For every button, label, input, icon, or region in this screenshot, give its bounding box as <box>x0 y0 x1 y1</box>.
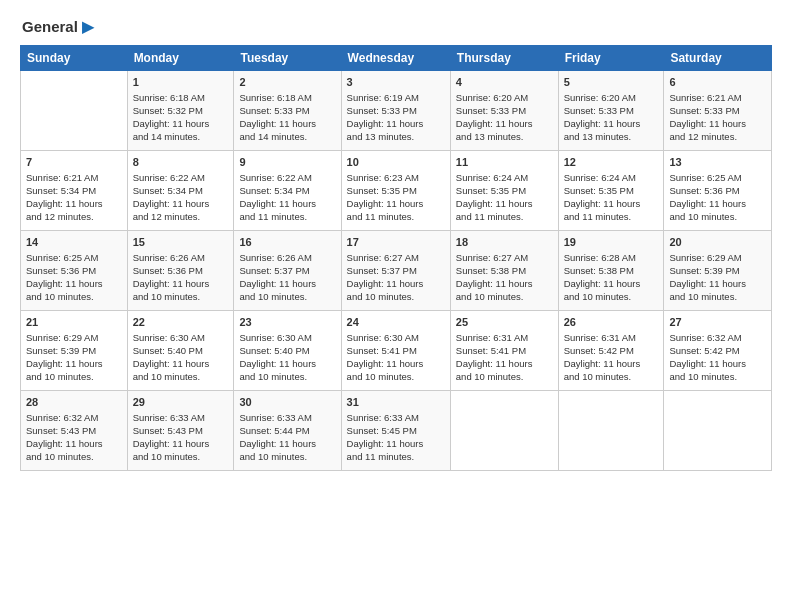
day-info: Sunset: 5:45 PM <box>347 425 445 438</box>
day-info: Sunrise: 6:30 AM <box>239 332 335 345</box>
calendar-cell: 2Sunrise: 6:18 AMSunset: 5:33 PMDaylight… <box>234 71 341 151</box>
day-info: Sunset: 5:43 PM <box>26 425 122 438</box>
calendar-cell: 16Sunrise: 6:26 AMSunset: 5:37 PMDayligh… <box>234 231 341 311</box>
day-info: Sunset: 5:37 PM <box>239 265 335 278</box>
day-info: Daylight: 11 hours <box>239 358 335 371</box>
day-number: 9 <box>239 155 335 170</box>
day-info: and 10 minutes. <box>26 291 122 304</box>
day-info: and 11 minutes. <box>347 451 445 464</box>
day-info: Sunset: 5:40 PM <box>133 345 229 358</box>
day-info: and 10 minutes. <box>26 451 122 464</box>
day-info: and 10 minutes. <box>26 371 122 384</box>
day-info: Daylight: 11 hours <box>669 118 766 131</box>
day-number: 18 <box>456 235 553 250</box>
day-info: Sunset: 5:38 PM <box>564 265 659 278</box>
day-info: Daylight: 11 hours <box>564 198 659 211</box>
day-number: 19 <box>564 235 659 250</box>
calendar-cell: 10Sunrise: 6:23 AMSunset: 5:35 PMDayligh… <box>341 151 450 231</box>
day-info: and 10 minutes. <box>347 291 445 304</box>
calendar-cell: 12Sunrise: 6:24 AMSunset: 5:35 PMDayligh… <box>558 151 664 231</box>
calendar-cell: 26Sunrise: 6:31 AMSunset: 5:42 PMDayligh… <box>558 311 664 391</box>
day-number: 1 <box>133 75 229 90</box>
week-row-3: 14Sunrise: 6:25 AMSunset: 5:36 PMDayligh… <box>21 231 772 311</box>
day-number: 29 <box>133 395 229 410</box>
day-info: Daylight: 11 hours <box>456 358 553 371</box>
day-number: 26 <box>564 315 659 330</box>
day-info: Daylight: 11 hours <box>564 278 659 291</box>
day-info: and 12 minutes. <box>26 211 122 224</box>
weekday-header-monday: Monday <box>127 46 234 71</box>
calendar-cell: 31Sunrise: 6:33 AMSunset: 5:45 PMDayligh… <box>341 391 450 471</box>
day-info: Daylight: 11 hours <box>669 278 766 291</box>
day-number: 23 <box>239 315 335 330</box>
day-info: Daylight: 11 hours <box>456 118 553 131</box>
day-info: and 13 minutes. <box>456 131 553 144</box>
day-number: 4 <box>456 75 553 90</box>
day-info: Sunset: 5:41 PM <box>456 345 553 358</box>
day-info: Sunset: 5:36 PM <box>133 265 229 278</box>
logo-text: General ▶ <box>22 18 94 35</box>
calendar-cell: 4Sunrise: 6:20 AMSunset: 5:33 PMDaylight… <box>450 71 558 151</box>
day-info: Sunset: 5:34 PM <box>26 185 122 198</box>
day-info: Sunset: 5:32 PM <box>133 105 229 118</box>
day-number: 20 <box>669 235 766 250</box>
calendar-cell <box>664 391 772 471</box>
day-info: and 10 minutes. <box>669 291 766 304</box>
calendar-cell: 17Sunrise: 6:27 AMSunset: 5:37 PMDayligh… <box>341 231 450 311</box>
day-info: Sunrise: 6:20 AM <box>456 92 553 105</box>
calendar-cell: 18Sunrise: 6:27 AMSunset: 5:38 PMDayligh… <box>450 231 558 311</box>
day-info: Sunrise: 6:27 AM <box>456 252 553 265</box>
calendar-cell: 29Sunrise: 6:33 AMSunset: 5:43 PMDayligh… <box>127 391 234 471</box>
day-info: and 10 minutes. <box>564 371 659 384</box>
day-info: Sunrise: 6:22 AM <box>239 172 335 185</box>
day-number: 2 <box>239 75 335 90</box>
day-info: Sunrise: 6:25 AM <box>26 252 122 265</box>
day-info: Daylight: 11 hours <box>669 198 766 211</box>
day-info: Daylight: 11 hours <box>239 198 335 211</box>
day-info: Daylight: 11 hours <box>239 438 335 451</box>
day-info: Sunrise: 6:26 AM <box>133 252 229 265</box>
calendar-cell: 15Sunrise: 6:26 AMSunset: 5:36 PMDayligh… <box>127 231 234 311</box>
day-info: Daylight: 11 hours <box>564 358 659 371</box>
day-info: Daylight: 11 hours <box>347 118 445 131</box>
day-info: and 10 minutes. <box>239 291 335 304</box>
day-info: Daylight: 11 hours <box>26 198 122 211</box>
calendar-cell: 24Sunrise: 6:30 AMSunset: 5:41 PMDayligh… <box>341 311 450 391</box>
day-info: Sunrise: 6:30 AM <box>133 332 229 345</box>
day-info: Sunrise: 6:33 AM <box>347 412 445 425</box>
day-info: Daylight: 11 hours <box>133 358 229 371</box>
day-info: Sunrise: 6:31 AM <box>456 332 553 345</box>
day-info: Sunset: 5:44 PM <box>239 425 335 438</box>
day-info: and 10 minutes. <box>347 371 445 384</box>
day-info: Sunset: 5:42 PM <box>669 345 766 358</box>
day-info: Daylight: 11 hours <box>456 278 553 291</box>
day-info: Sunset: 5:33 PM <box>456 105 553 118</box>
day-info: and 10 minutes. <box>133 371 229 384</box>
day-info: Sunrise: 6:27 AM <box>347 252 445 265</box>
weekday-header-saturday: Saturday <box>664 46 772 71</box>
day-number: 13 <box>669 155 766 170</box>
day-info: Sunset: 5:34 PM <box>239 185 335 198</box>
day-info: Daylight: 11 hours <box>239 278 335 291</box>
calendar-cell <box>21 71 128 151</box>
day-info: Sunrise: 6:32 AM <box>669 332 766 345</box>
day-number: 22 <box>133 315 229 330</box>
day-info: Sunset: 5:35 PM <box>564 185 659 198</box>
day-info: and 10 minutes. <box>669 371 766 384</box>
day-info: and 12 minutes. <box>133 211 229 224</box>
weekday-header-thursday: Thursday <box>450 46 558 71</box>
day-info: Sunrise: 6:31 AM <box>564 332 659 345</box>
day-info: and 10 minutes. <box>669 211 766 224</box>
day-number: 15 <box>133 235 229 250</box>
day-info: Daylight: 11 hours <box>347 278 445 291</box>
day-info: and 10 minutes. <box>239 451 335 464</box>
calendar-cell: 8Sunrise: 6:22 AMSunset: 5:34 PMDaylight… <box>127 151 234 231</box>
day-info: Sunset: 5:37 PM <box>347 265 445 278</box>
calendar-page: General Blue General ▶ SundayMondayTuesd… <box>0 0 792 612</box>
day-info: Sunrise: 6:33 AM <box>239 412 335 425</box>
day-info: and 10 minutes. <box>456 371 553 384</box>
logo: General Blue General ▶ <box>20 18 94 35</box>
day-info: Sunrise: 6:20 AM <box>564 92 659 105</box>
week-row-5: 28Sunrise: 6:32 AMSunset: 5:43 PMDayligh… <box>21 391 772 471</box>
calendar-table: SundayMondayTuesdayWednesdayThursdayFrid… <box>20 45 772 471</box>
